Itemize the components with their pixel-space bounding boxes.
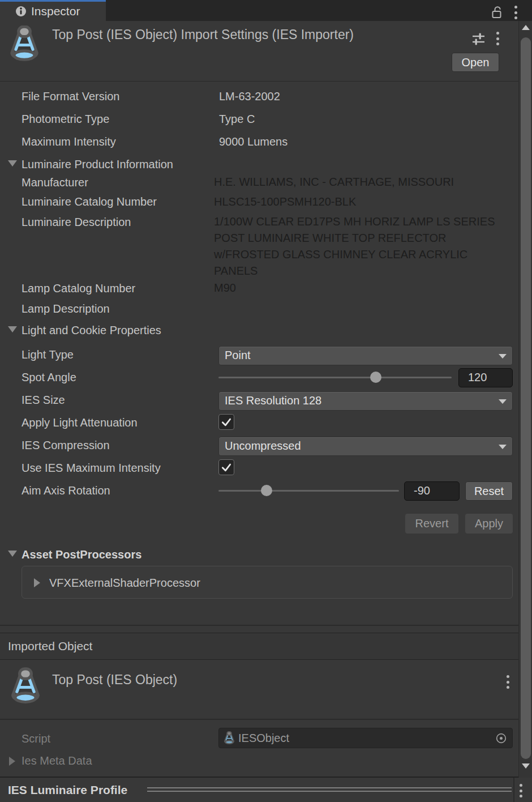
chevron-down-icon [499, 399, 507, 404]
aim-axis-label: Aim Axis Rotation [22, 483, 110, 498]
light-type-dropdown[interactable]: Point [218, 346, 513, 365]
script-value: IESObject [238, 732, 495, 745]
open-button[interactable]: Open [452, 53, 499, 72]
file-format-label: File Format Version [22, 89, 119, 104]
section-divider [0, 625, 518, 626]
ies-light-icon [10, 667, 41, 709]
script-object-field: IESObject [218, 728, 513, 748]
use-max-intensity-label: Use IES Maximum Intensity [22, 460, 161, 476]
lamp-description-label: Lamp Description [22, 301, 110, 317]
manufacturer-label: Manufacturer [22, 175, 88, 190]
file-format-value: LM-63-2002 [219, 89, 280, 104]
preview-header: IES Luminaire Profile [0, 778, 532, 802]
tab-label: Inspector [31, 5, 80, 18]
spot-angle-slider-thumb[interactable] [370, 372, 381, 383]
imported-object-title: Top Post (IES Object) [52, 672, 177, 688]
spot-angle-field[interactable]: 120 [458, 368, 513, 387]
ies-compression-value: Uncompressed [225, 440, 301, 452]
postprocessors-title[interactable]: Asset PostProcessors [22, 547, 141, 562]
window-kebab-menu-icon[interactable] [513, 3, 518, 22]
ies-size-value: IES Resolution 128 [225, 394, 321, 407]
luminaire-section-title[interactable]: Luminaire Product Information [22, 157, 173, 172]
spot-angle-slider[interactable] [218, 377, 452, 378]
footer-divider [513, 778, 514, 802]
foldout-arrow-icon[interactable] [8, 551, 17, 557]
description-label: Luminaire Description [22, 215, 131, 230]
imported-object-bar: Imported Object [0, 633, 518, 660]
inspector-window: Inspector Top Post (IES Object) Import S… [0, 0, 532, 802]
foldout-arrow-icon[interactable] [8, 326, 17, 332]
unlock-icon[interactable] [491, 6, 503, 19]
vertical-scrollbar[interactable] [518, 21, 532, 778]
light-type-label: Light Type [22, 347, 74, 362]
splitter-handle[interactable] [147, 791, 512, 792]
spot-angle-label: Spot Angle [22, 370, 76, 385]
presets-icon[interactable] [471, 31, 486, 46]
photometric-value: Type C [219, 112, 255, 127]
preview-kebab-menu-icon[interactable] [518, 782, 524, 800]
postprocessor-item[interactable]: VFXExternalShaderProcessor [49, 575, 200, 591]
section-divider [0, 719, 518, 720]
light-type-value: Point [225, 349, 251, 361]
lamp-catalog-label: Lamp Catalog Number [22, 281, 135, 296]
apply-attenuation-label: Apply Light Attenuation [22, 415, 138, 430]
photometric-label: Photometric Type [22, 112, 109, 127]
header-kebab-menu-icon[interactable] [495, 29, 500, 48]
postprocessors-box: VFXExternalShaderProcessor [22, 566, 513, 599]
scrollbar-thumb[interactable] [521, 37, 531, 759]
description-value: 1/100W CLEAR ED17PS MH HORIZ LAMP LS SER… [214, 214, 504, 279]
ies-size-label: IES Size [22, 393, 65, 408]
max-intensity-value: 9000 Lumens [219, 134, 288, 150]
importer-header: Top Post (IES Object) Import Settings (I… [0, 21, 518, 82]
object-picker-icon[interactable] [495, 732, 507, 744]
revert-button[interactable]: Revert [405, 514, 458, 534]
chevron-down-icon [499, 445, 507, 449]
ies-compression-label: IES Compression [22, 438, 110, 453]
lamp-catalog-value: M90 [214, 280, 236, 296]
tab-bar: Inspector [0, 0, 532, 21]
tab-inspector[interactable]: Inspector [0, 0, 106, 21]
foldout-arrow-icon[interactable] [8, 160, 17, 167]
aim-axis-slider-thumb[interactable] [261, 485, 272, 496]
script-label: Script [22, 731, 50, 746]
splitter-handle[interactable] [147, 787, 512, 788]
check-icon [221, 462, 232, 473]
aim-axis-field[interactable]: -90 [404, 481, 460, 501]
scroll-down-icon[interactable] [522, 763, 530, 769]
object-kebab-menu-icon[interactable] [505, 673, 510, 691]
catalog-value: HLSC15-100PSMH120-BLK [214, 194, 356, 210]
use-max-intensity-checkbox[interactable] [218, 459, 234, 475]
aim-axis-slider[interactable] [218, 490, 399, 492]
apply-attenuation-checkbox[interactable] [218, 414, 234, 430]
light-section-title[interactable]: Light and Cookie Properties [22, 323, 161, 338]
foldout-right-icon [9, 757, 15, 766]
ies-size-dropdown[interactable]: IES Resolution 128 [218, 391, 513, 411]
reset-button[interactable]: Reset [465, 481, 513, 501]
importer-title: Top Post (IES Object) Import Settings (I… [52, 27, 354, 42]
foldout-right-icon[interactable] [34, 578, 40, 587]
chevron-down-icon [499, 354, 507, 359]
scroll-up-icon[interactable] [522, 25, 530, 30]
ies-compression-dropdown[interactable]: Uncompressed [218, 437, 513, 456]
catalog-label: Luminaire Catalog Number [22, 194, 157, 210]
apply-button[interactable]: Apply [465, 514, 513, 534]
ies-light-icon [9, 25, 40, 66]
preview-title: IES Luminaire Profile [8, 778, 127, 802]
info-icon [15, 6, 27, 17]
ies-light-icon [224, 731, 235, 745]
max-intensity-label: Maximum Intensity [22, 134, 116, 150]
check-icon [221, 416, 232, 428]
manufacturer-value: H.E. WILLIAMS, INC - CARTHAGE, MISSOURI [214, 174, 454, 190]
ies-meta-data-label: Ies Meta Data [22, 753, 92, 769]
